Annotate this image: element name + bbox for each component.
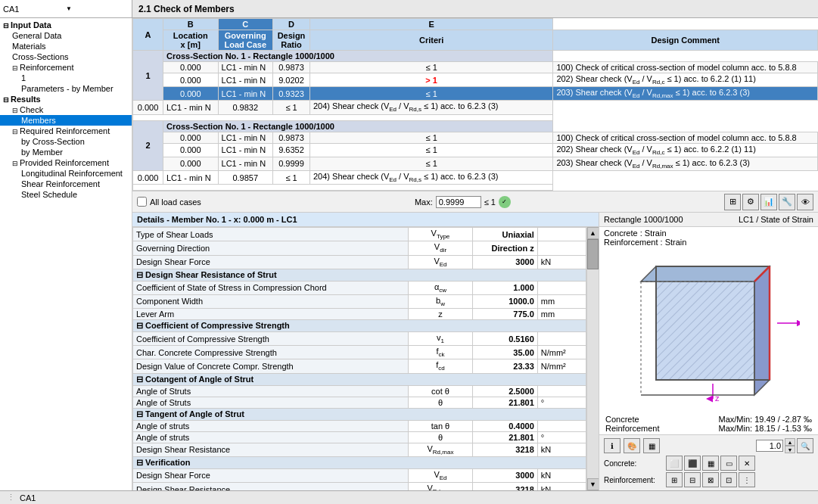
sidebar: ⊟Input Data General Data Materials Cross…	[0, 18, 132, 490]
settings-button[interactable]: ⚙	[742, 194, 759, 210]
cell-lc: LC1 - min N	[218, 157, 273, 170]
reinf-btn-4[interactable]: ⊡	[720, 472, 737, 487]
cell-ratio: 9.0202	[273, 73, 310, 87]
table-row: Design Shear Resistance VRd,max 3218 kN	[133, 483, 586, 491]
color-button[interactable]: 🎨	[624, 438, 640, 453]
scroll-up-button[interactable]: ▲	[587, 227, 599, 239]
pass-indicator: ✓	[499, 196, 511, 208]
cell-comment: 100) Check of critical cross-section of …	[553, 132, 818, 143]
concrete-btn-3[interactable]: ▦	[702, 456, 719, 471]
cell-lc: LC1 - min N	[163, 170, 219, 184]
cell-comment: 204) Shear check (VEd / VRd,s ≤ 1) acc. …	[309, 101, 552, 114]
cell-ratio: 0.9323	[273, 87, 310, 101]
concrete-btn-4[interactable]: ▭	[720, 456, 737, 471]
display-button[interactable]: ▦	[643, 438, 660, 453]
col-header-criteria: Criteri	[309, 30, 552, 51]
table-row[interactable]: 0.000 LC1 - min N 9.6352 ≤ 1 202) Shear …	[133, 143, 818, 157]
drag-handle[interactable]: ⋮	[5, 491, 17, 504]
cell-comment: 202) Shear check (VEd / VRd,c ≤ 1) acc. …	[553, 143, 818, 157]
svg-marker-4	[656, 266, 770, 380]
cell-lc: LC1 - min N	[218, 73, 273, 87]
reinforcement-stat-label: Reinforcement	[605, 424, 660, 433]
details-table: Type of Shear Loads VType Uniaxial Gover…	[132, 227, 586, 490]
cell-lc: LC1 - min N	[218, 62, 273, 73]
section-label-1: Cross-Section No. 1 - Rectangle 1000/100…	[163, 51, 553, 62]
table-row[interactable]: 0.000 LC1 - min N 9.0202 > 1 202) Shear …	[133, 73, 818, 87]
col-header-d: D	[273, 19, 310, 30]
sidebar-item-required-reinforcement[interactable]: ⊟Required Reinforcement	[0, 126, 132, 136]
sidebar-item-reinf-1[interactable]: 1	[0, 73, 132, 83]
col-header-a: A	[133, 19, 163, 51]
table-row: Type of Shear Loads VType Uniaxial	[133, 228, 586, 241]
sidebar-item-longitudinal-reinforcement[interactable]: Longitudinal Reinforcement	[0, 168, 132, 179]
concrete-stat-label: Concrete	[605, 415, 639, 424]
reinf-btn-5[interactable]: ⋮	[739, 472, 755, 487]
col-header-e: E	[309, 19, 552, 30]
ca1-selector[interactable]: CA1 ▼	[0, 0, 132, 17]
sidebar-item-params-by-member[interactable]: Parameters - by Member	[0, 83, 132, 94]
sidebar-item-check[interactable]: ⊟Check	[0, 104, 132, 115]
table-section-row: ⊟ Design Shear Resistance of Strut	[133, 269, 586, 281]
table-section-row: ⊟ Verification	[133, 456, 586, 468]
tools-button[interactable]: 🔧	[779, 194, 795, 210]
all-load-cases-label: All load cases	[150, 198, 201, 207]
reinf-btn-1[interactable]: ⊞	[666, 472, 683, 487]
sidebar-item-input-data[interactable]: ⊟Input Data	[0, 20, 132, 30]
sidebar-item-steel-schedule[interactable]: Steel Schedule	[0, 189, 132, 200]
table-row[interactable]: 0.000 LC1 - min N 0.9873 ≤ 1 100) Check …	[133, 132, 818, 143]
max-value-input[interactable]	[436, 196, 481, 208]
search-button[interactable]: 🔍	[797, 438, 813, 453]
cell-crit: > 1	[309, 73, 552, 87]
scale-down-button[interactable]: ▼	[785, 446, 795, 453]
table-row[interactable]: 1 Cross-Section No. 1 - Rectangle 1000/1…	[133, 51, 818, 62]
sidebar-item-general-data[interactable]: General Data	[0, 30, 132, 41]
sidebar-item-reinforcement[interactable]: ⊟Reinforcement	[0, 62, 132, 73]
table-row[interactable]: 0.000 LC1 - min N 0.9323 ≤ 1 203) Shear …	[133, 87, 818, 101]
chart-button[interactable]: 📊	[760, 194, 777, 210]
sidebar-item-by-cross-section[interactable]: by Cross-Section	[0, 136, 132, 147]
cell-crit: ≤ 1	[309, 87, 552, 101]
sidebar-item-results[interactable]: ⊟Results	[0, 94, 132, 104]
sidebar-item-provided-reinforcement[interactable]: ⊟Provided Reinforcement	[0, 157, 132, 168]
ca1-dropdown-icon[interactable]: ▼	[66, 5, 129, 12]
concrete-btn-2[interactable]: ⬛	[684, 456, 701, 471]
cell-crit: ≤ 1	[309, 132, 552, 143]
member-no-2: 2	[133, 120, 163, 170]
member-no-1: 1	[133, 51, 163, 101]
concrete-btn-5[interactable]: ✕	[739, 456, 755, 471]
all-load-cases-checkbox[interactable]	[137, 197, 147, 207]
filter-button[interactable]: ⊞	[724, 194, 741, 210]
sidebar-item-by-member[interactable]: by Member	[0, 147, 132, 157]
reinf-btn-3[interactable]: ⊠	[702, 472, 719, 487]
table-row: Design Shear Force VEd 3000 kN	[133, 255, 586, 269]
table-row[interactable]: 0.000 LC1 - min N 0.9999 ≤ 1 203) Shear …	[133, 157, 818, 170]
cell-crit: ≤ 1	[309, 157, 552, 170]
vis-lc-label: LC1 / State of Strain	[739, 215, 813, 224]
concrete-btn-1[interactable]: ⬜	[666, 456, 683, 471]
vis-controls: ℹ 🎨 ▦ ▲ ▼ 🔍	[599, 434, 818, 490]
table-row[interactable]: 0.000 LC1 - min N 0.9873 ≤ 1 100) Check …	[133, 62, 818, 73]
table-row[interactable]: 0.000 LC1 - min N 0.9832 ≤ 1 204) Shear …	[133, 101, 818, 114]
scale-up-button[interactable]: ▲	[785, 438, 795, 446]
sidebar-item-materials[interactable]: Materials	[0, 41, 132, 51]
cell-comment: 202) Shear check (VEd / VRd,c ≤ 1) acc. …	[553, 73, 818, 87]
sidebar-item-members[interactable]: Members	[0, 115, 132, 126]
table-row[interactable]: 2 Cross-Section No. 1 - Rectangle 1000/1…	[133, 120, 818, 132]
cell-ratio: 0.9873	[273, 62, 310, 73]
cell-location: 0.000	[163, 73, 219, 87]
cell-ratio: 9.6352	[273, 143, 310, 157]
bottom-toolbar: All load cases Max: ≤ 1 ✓ ⊞ ⚙ 📊 🔧 👁	[132, 191, 818, 213]
vis-3d-svg: y z	[618, 259, 800, 403]
col-header-comment: Design Comment	[553, 30, 818, 51]
scroll-down-button[interactable]: ▼	[587, 478, 599, 490]
sidebar-item-cross-sections[interactable]: Cross-Sections	[0, 51, 132, 62]
reinf-btn-2[interactable]: ⊟	[684, 472, 701, 487]
reinforcement-stat-value: Max/Min: 18.15 / -1.53 ‰	[719, 424, 813, 433]
sidebar-item-shear-reinforcement[interactable]: Shear Reinforcement	[0, 179, 132, 189]
cell-location: 0.000	[163, 157, 219, 170]
scale-input[interactable]	[756, 440, 783, 452]
cell-ratio: 0.9873	[273, 132, 310, 143]
info-button[interactable]: ℹ	[604, 438, 620, 453]
eye-button[interactable]: 👁	[797, 194, 813, 210]
table-row[interactable]: 0.000 LC1 - min N 0.9857 ≤ 1 204) Shear …	[133, 170, 818, 184]
